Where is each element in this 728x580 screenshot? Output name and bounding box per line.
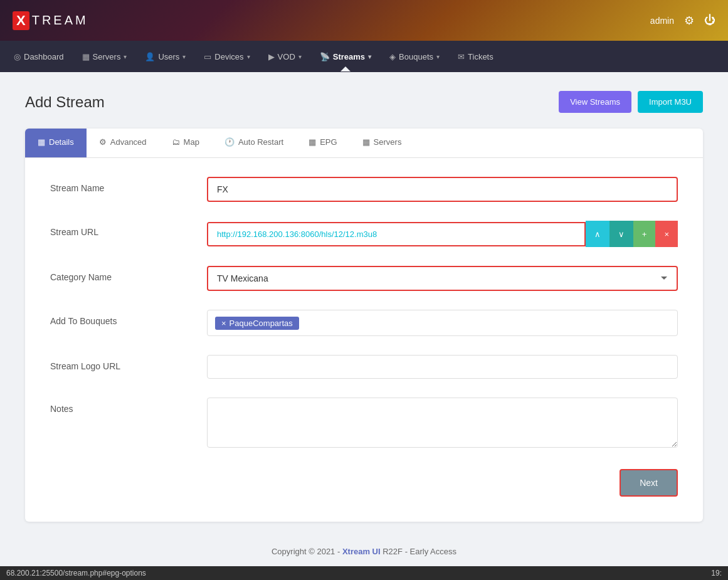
tab-auto-restart-label: Auto Restart (238, 137, 283, 147)
notes-row: Notes (50, 398, 678, 450)
stream-name-input[interactable] (207, 177, 678, 202)
logo: X TREAM (13, 11, 88, 30)
bouquets-label: Add To Bouquets (50, 310, 207, 326)
bouquets-dropdown-arrow: ▾ (436, 53, 440, 60)
logo-text: TREAM (32, 13, 88, 28)
map-tab-icon: 🗂 (172, 137, 180, 147)
tabs: ▦ Details ⚙ Advanced 🗂 Map 🕐 Auto Restar… (25, 129, 703, 158)
stream-name-field (207, 177, 678, 202)
header-buttons: View Streams Import M3U (559, 91, 703, 113)
tab-details[interactable]: ▦ Details (25, 129, 87, 157)
bouquets-icon: ◈ (389, 52, 396, 61)
stream-url-input[interactable] (208, 223, 584, 245)
page-header: Add Stream View Streams Import M3U (25, 91, 703, 113)
nav-item-servers[interactable]: ▦ Servers ▾ (75, 47, 135, 66)
statusbar-time: 19: (711, 569, 722, 577)
logo-x: X (13, 11, 29, 30)
url-delete-button[interactable]: × (655, 221, 678, 247)
header: X TREAM admin ⚙ ⏻ (0, 0, 728, 41)
nav-item-dashboard[interactable]: ◎ Dashboard (6, 47, 71, 66)
admin-label: admin (650, 16, 674, 26)
nav-item-users[interactable]: 👤 Users ▾ (137, 47, 193, 66)
streams-icon: 📡 (320, 52, 330, 61)
form-body: Stream Name Stream URL ∧ ∨ + × (25, 158, 703, 522)
bouquets-field: × PaqueCompartas (207, 310, 678, 336)
import-m3u-button[interactable]: Import M3U (638, 91, 703, 113)
settings-icon[interactable]: ⚙ (684, 14, 694, 28)
nav-label-bouquets: Bouquets (399, 52, 433, 61)
tab-auto-restart[interactable]: 🕐 Auto Restart (212, 129, 296, 157)
footer-version: R22F - Early Access (382, 547, 456, 556)
stream-logo-url-input[interactable] (207, 355, 678, 379)
bouquet-tag-x[interactable]: × (221, 319, 226, 328)
header-right: admin ⚙ ⏻ (650, 14, 715, 28)
tab-map[interactable]: 🗂 Map (159, 129, 212, 157)
stream-url-field: ∧ ∨ + × (207, 221, 678, 247)
category-name-select[interactable]: TV Mexicana (207, 266, 678, 291)
category-name-field: TV Mexicana (207, 266, 678, 291)
tab-advanced-label: Advanced (110, 137, 147, 147)
streams-dropdown-arrow: ▾ (368, 53, 371, 60)
url-add-button[interactable]: + (633, 221, 656, 247)
tab-servers[interactable]: ▦ Servers (350, 129, 414, 157)
servers-icon: ▦ (82, 52, 90, 61)
nav-item-devices[interactable]: ▭ Devices ▾ (196, 47, 257, 66)
tab-advanced[interactable]: ⚙ Advanced (87, 129, 159, 157)
form-footer: Next (50, 469, 678, 503)
stream-logo-url-label: Stream Logo URL (50, 355, 207, 371)
nav-item-tickets[interactable]: ✉ Tickets (450, 47, 501, 66)
bouquet-tag: × PaqueCompartas (215, 317, 299, 330)
epg-tab-icon: ▦ (309, 137, 316, 147)
nav-label-devices: Devices (214, 52, 243, 61)
nav-label-users: Users (158, 52, 179, 61)
tab-epg-label: EPG (320, 137, 337, 147)
next-button[interactable]: Next (620, 469, 678, 497)
notes-field (207, 398, 678, 450)
stream-name-label: Stream Name (50, 177, 207, 193)
servers-tab-icon: ▦ (362, 137, 370, 147)
users-icon: 👤 (145, 52, 155, 61)
statusbar-url: 68.200.21:25500/stream.php#epg-options (6, 569, 146, 577)
tab-map-label: Map (184, 137, 199, 147)
nav-label-dashboard: Dashboard (24, 52, 64, 61)
vod-icon: ▶ (268, 52, 275, 61)
nav-label-servers: Servers (93, 52, 121, 61)
form-card: ▦ Details ⚙ Advanced 🗂 Map 🕐 Auto Restar… (25, 129, 703, 522)
devices-dropdown-arrow: ▾ (247, 53, 250, 60)
nav-label-tickets: Tickets (468, 52, 493, 61)
advanced-tab-icon: ⚙ (99, 137, 107, 147)
power-icon[interactable]: ⏻ (704, 14, 715, 27)
notes-textarea[interactable] (207, 398, 678, 448)
nav-item-streams[interactable]: 📡 Streams ▾ (312, 47, 379, 66)
category-name-row: Category Name TV Mexicana (50, 266, 678, 291)
servers-dropdown-arrow: ▾ (124, 53, 127, 60)
bouquets-row: Add To Bouquets × PaqueCompartas (50, 310, 678, 336)
nav-item-vod[interactable]: ▶ VOD ▾ (261, 47, 309, 66)
stream-name-row: Stream Name (50, 177, 678, 202)
bouquet-input-area[interactable]: × PaqueCompartas (207, 310, 678, 336)
stream-url-row: Stream URL ∧ ∨ + × (50, 221, 678, 247)
url-up-button[interactable]: ∧ (586, 221, 609, 247)
tickets-icon: ✉ (458, 52, 465, 61)
statusbar: 68.200.21:25500/stream.php#epg-options 1… (0, 566, 728, 580)
stream-logo-url-row: Stream Logo URL (50, 355, 678, 379)
notes-label: Notes (50, 398, 207, 414)
devices-icon: ▭ (204, 52, 211, 61)
nav-item-bouquets[interactable]: ◈ Bouquets ▾ (382, 47, 447, 66)
tab-details-label: Details (49, 137, 74, 147)
url-down-button[interactable]: ∨ (609, 221, 633, 247)
streams-dropdown-triangle (340, 66, 351, 71)
auto-restart-tab-icon: 🕐 (224, 137, 235, 147)
footer-brand: Xtream UI (342, 547, 381, 556)
nav-label-streams: Streams (333, 52, 365, 61)
users-dropdown-arrow: ▾ (182, 53, 186, 60)
stream-url-label: Stream URL (50, 221, 207, 237)
tab-epg[interactable]: ▦ EPG (296, 129, 349, 157)
vod-dropdown-arrow: ▾ (298, 53, 302, 60)
nav: ◎ Dashboard ▦ Servers ▾ 👤 Users ▾ ▭ Devi… (0, 41, 728, 72)
dashboard-icon: ◎ (14, 52, 21, 61)
category-name-label: Category Name (50, 266, 207, 282)
footer-text: Copyright © 2021 - (272, 547, 342, 556)
stream-logo-url-field (207, 355, 678, 379)
view-streams-button[interactable]: View Streams (559, 91, 631, 113)
